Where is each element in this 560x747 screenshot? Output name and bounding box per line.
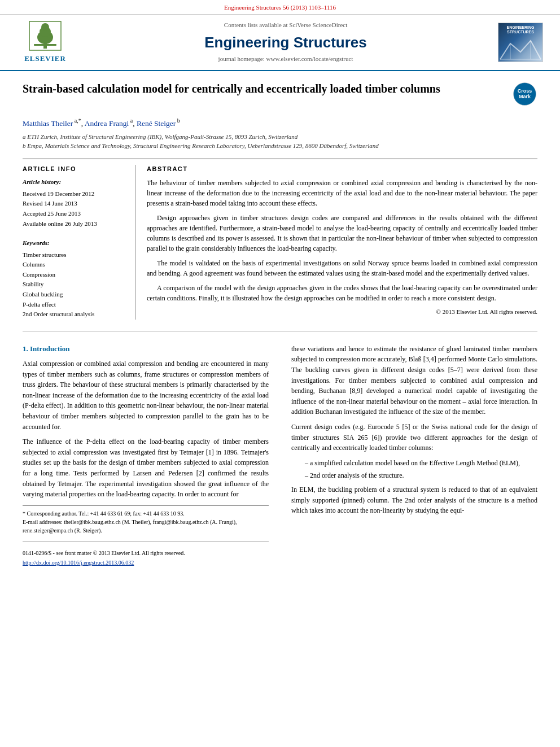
section-1-heading: 1. Introduction [23, 344, 269, 354]
right-para-2: Current design codes (e.g. Eurocode 5 [5… [291, 422, 537, 453]
elsevier-wordmark: ELSEVIER [24, 54, 66, 64]
design-approaches-list: a simplified calculation model based on … [300, 458, 537, 481]
journal-name: Engineering Structures [79, 32, 492, 53]
keywords-list: Timber structures Columns Compression St… [23, 250, 127, 320]
svg-rect-4 [34, 44, 56, 46]
article-body: 1. Introduction Axial compression or com… [23, 338, 537, 567]
abstract-label: ABSTRACT [147, 165, 537, 173]
svg-point-3 [41, 23, 49, 31]
abstract-text: The behaviour of timber members subjecte… [147, 178, 537, 303]
author-2: Andrea Frangi [85, 119, 129, 127]
crossmark-badge-icon: Cross Mark [512, 81, 537, 107]
body-para-2: The influence of the P-delta effect on t… [23, 436, 269, 500]
copyright-notice: © 2013 Elsevier Ltd. All rights reserved… [147, 308, 537, 316]
list-item-2: 2nd order analysis of the structure. [300, 470, 537, 481]
abstract-para-3: The model is validated on the basis of e… [147, 258, 537, 278]
journal-citation-bar: Engineering Structures 56 (2013) 1103–11… [0, 0, 560, 15]
article-info-label: ARTICLE INFO [23, 165, 127, 173]
footer-license: 0141-0296/$ - see front matter © 2013 El… [23, 549, 269, 557]
accepted-date: Accepted 25 June 2013 [23, 209, 127, 219]
keyword-7: 2nd Order structural analysis [23, 309, 127, 320]
sciverse-line: Contents lists available at SciVerse Sci… [79, 21, 492, 29]
keyword-1: Timber structures [23, 250, 127, 260]
article-title-section: Strain-based calculation model for centr… [23, 81, 537, 111]
revised-date: Revised 14 June 2013 [23, 199, 127, 209]
body-right-column: these variations and hence to estimate t… [286, 344, 537, 567]
article-authors: Matthias Theiler a,*, Andrea Frangi a, R… [23, 117, 537, 129]
keyword-2: Columns [23, 260, 127, 270]
abstract-para-4: A comparison of the model with the desig… [147, 283, 537, 303]
svg-text:Mark: Mark [519, 94, 531, 99]
journal-homepage: journal homepage: www.elsevier.com/locat… [79, 55, 492, 63]
list-item-1: a simplified calculation model based on … [300, 458, 537, 469]
article-container: Strain-based calculation model for centr… [0, 71, 560, 579]
keyword-4: Stability [23, 279, 127, 290]
received-date: Received 19 December 2012 [23, 189, 127, 199]
journal-cover-area: ENGINEERING STRUCTURES [492, 23, 549, 62]
article-title: Strain-based calculation model for centr… [23, 81, 440, 96]
author-3: René Steiger [137, 119, 176, 127]
footer-divider [23, 541, 269, 542]
footnote-email: E-mail addresses: theiler@ibk.baug.ethz.… [23, 518, 269, 535]
footnote-area: * Corresponding author. Tel.: +41 44 633… [23, 505, 269, 535]
journal-citation-text: Engineering Structures 56 (2013) 1103–11… [224, 4, 336, 11]
info-abstract-section: ARTICLE INFO Article history: Received 1… [23, 159, 537, 320]
keyword-5: Global buckling [23, 290, 127, 300]
keyword-3: Compression [23, 270, 127, 280]
cover-structure-icon [499, 38, 542, 60]
elsevier-tree-icon [28, 20, 62, 51]
affiliations: a ETH Zurich, Institute of Structural En… [23, 132, 537, 151]
affiliation-a: a ETH Zurich, Institute of Structural En… [23, 132, 537, 142]
elsevier-logo: ELSEVIER [24, 20, 66, 64]
author-1: Matthias Theiler [23, 119, 73, 127]
journal-title-area: Contents lists available at SciVerse Sci… [79, 21, 492, 63]
keyword-6: P-delta effect [23, 300, 127, 310]
article-history-title: Article history: [23, 178, 127, 186]
available-date: Available online 26 July 2013 [23, 219, 127, 229]
right-para-1: these variations and hence to estimate t… [291, 344, 537, 417]
abstract-column: ABSTRACT The behaviour of timber members… [147, 165, 537, 320]
body-left-column: 1. Introduction Axial compression or com… [23, 344, 274, 567]
body-divider [23, 331, 537, 331]
journal-header: ELSEVIER Contents lists available at Sci… [0, 15, 560, 71]
footnote-star: * Corresponding author. Tel.: +41 44 633… [23, 509, 269, 518]
footer-doi-link[interactable]: http://dx.doi.org/10.1016/j.engstruct.20… [23, 560, 134, 566]
abstract-para-2: Design approaches given in timber struct… [147, 213, 537, 254]
journal-cover-text: ENGINEERING STRUCTURES [501, 25, 540, 35]
journal-cover-image: ENGINEERING STRUCTURES [498, 23, 543, 62]
body-para-1: Axial compression or combined axial comp… [23, 359, 269, 432]
keywords-title: Keywords: [23, 239, 127, 247]
affiliation-b: b Empa, Materials Science and Technology… [23, 141, 537, 151]
svg-text:Cross: Cross [518, 88, 532, 94]
article-info-column: ARTICLE INFO Article history: Received 1… [23, 165, 135, 320]
right-para-3: In ELM, the buckling problem of a struct… [291, 484, 537, 516]
abstract-para-1: The behaviour of timber members subjecte… [147, 178, 537, 208]
elsevier-logo-area: ELSEVIER [11, 20, 79, 64]
